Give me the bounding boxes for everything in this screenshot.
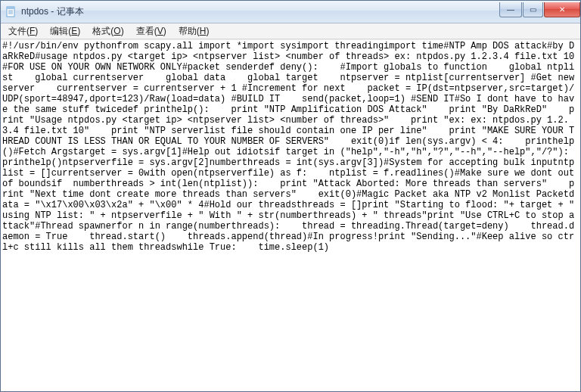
menu-help[interactable]: 帮助(H) <box>172 23 216 39</box>
close-button[interactable]: ✕ <box>544 2 580 17</box>
window-title: ntpdos - 记事本 <box>21 5 499 18</box>
minimize-icon: — <box>507 5 514 14</box>
editor-text[interactable]: #!/usr/bin/env pythonfrom scapy.all impo… <box>1 40 580 254</box>
notepad-window: ntpdos - 记事本 — ▭ ✕ 文件(F) 编辑(E) 格式(O) 查看(… <box>0 0 581 392</box>
maximize-button[interactable]: ▭ <box>523 2 543 17</box>
maximize-icon: ▭ <box>530 5 536 14</box>
menu-format[interactable]: 格式(O) <box>86 23 129 39</box>
window-buttons: — ▭ ✕ <box>499 2 580 17</box>
menu-file[interactable]: 文件(F) <box>2 23 44 39</box>
menu-view[interactable]: 查看(V) <box>130 23 172 39</box>
editor-area[interactable]: #!/usr/bin/env pythonfrom scapy.all impo… <box>1 39 580 391</box>
close-icon: ✕ <box>559 5 565 14</box>
notepad-icon <box>5 6 17 18</box>
svg-rect-1 <box>7 7 14 9</box>
menubar: 文件(F) 编辑(E) 格式(O) 查看(V) 帮助(H) <box>1 23 580 39</box>
menu-edit[interactable]: 编辑(E) <box>44 23 86 39</box>
minimize-button[interactable]: — <box>499 2 522 17</box>
titlebar[interactable]: ntpdos - 记事本 — ▭ ✕ <box>1 1 580 23</box>
